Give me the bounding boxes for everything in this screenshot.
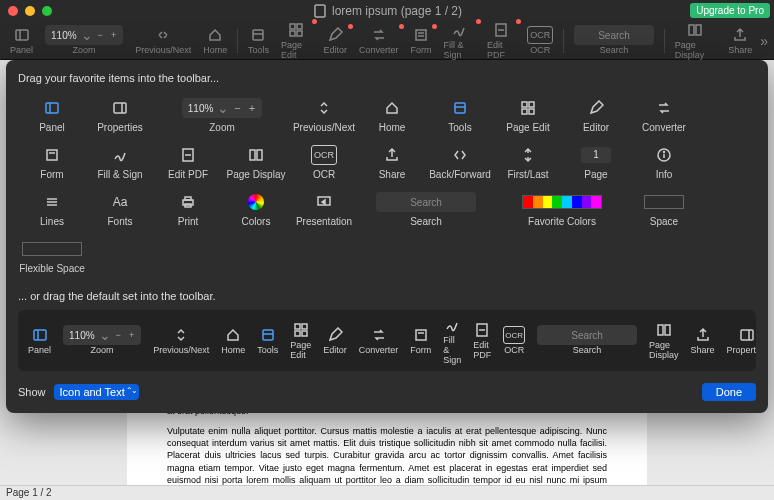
fill-sign-button[interactable]: Fill & Sign	[439, 21, 479, 60]
pal-favcolors[interactable]: Favorite Colors	[494, 186, 630, 233]
edit-pdf-button[interactable]: Edit PDF	[483, 21, 519, 60]
display-icon	[687, 22, 703, 38]
pal-print[interactable]: Print	[154, 186, 222, 233]
ocr-label: OCR	[530, 45, 550, 55]
pal-space[interactable]: Space	[630, 186, 698, 233]
zoom-out-button[interactable]: −	[95, 30, 106, 40]
pal-search[interactable]: SearchSearch	[358, 186, 494, 233]
pal-firstlast[interactable]: First/Last	[494, 139, 562, 186]
pagedisplay-label: Page Display	[675, 40, 716, 60]
pal-page[interactable]: 1Page	[562, 139, 630, 186]
svg-rect-49	[302, 331, 307, 336]
svg-rect-1	[16, 30, 28, 40]
show-select[interactable]: Icon and Text	[54, 384, 139, 400]
home-label: Home	[203, 45, 227, 55]
pdf-icon	[493, 22, 509, 38]
zoom-control[interactable]: 110%⌄−+Zoom	[41, 26, 127, 55]
home-button[interactable]: Home	[199, 26, 231, 55]
svg-rect-7	[290, 31, 295, 36]
svg-rect-55	[665, 325, 670, 335]
svg-rect-16	[46, 103, 58, 113]
pal-converter[interactable]: Converter	[630, 92, 698, 139]
pageedit-label: Page Edit	[281, 40, 311, 60]
svg-rect-26	[47, 150, 57, 160]
customize-toolbar-overlay: Drag your favorite items into the toolba…	[6, 60, 768, 413]
panel-button[interactable]: Panel	[6, 26, 37, 55]
title-text: lorem ipsum (page 1 / 2)	[332, 4, 462, 18]
close-button[interactable]	[8, 6, 18, 16]
svg-rect-5	[290, 24, 295, 29]
sign-icon	[451, 22, 467, 38]
converter-label: Converter	[359, 45, 399, 55]
svg-rect-14	[689, 25, 694, 35]
pal-flexspace[interactable]: Flexible Space	[18, 233, 86, 280]
separator	[563, 29, 564, 53]
prev-next-button[interactable]: Previous/Next	[131, 26, 195, 55]
sign-icon	[112, 147, 128, 163]
tools-icon	[250, 27, 266, 43]
firstlast-icon	[520, 147, 536, 163]
form-icon	[44, 147, 60, 163]
pal-ocr[interactable]: OCROCR	[290, 139, 358, 186]
pal-colors[interactable]: Colors	[222, 186, 290, 233]
pal-fillsign[interactable]: Fill & Sign	[86, 139, 154, 186]
editor-label: Editor	[323, 45, 347, 55]
properties-icon	[112, 100, 128, 116]
pal-form[interactable]: Form	[18, 139, 86, 186]
svg-rect-25	[529, 109, 534, 114]
separator	[237, 29, 238, 53]
pal-tools[interactable]: Tools	[426, 92, 494, 139]
pal-pagedisplay[interactable]: Page Display	[222, 139, 290, 186]
overflow-icon[interactable]: »	[760, 33, 768, 49]
pal-presentation[interactable]: Presentation	[290, 186, 358, 233]
overlay-footer: Show Icon and Text Done	[18, 383, 756, 401]
form-icon	[413, 27, 429, 43]
svg-rect-8	[297, 31, 302, 36]
page-edit-button[interactable]: Page Edit	[277, 21, 315, 60]
page-display-button[interactable]: Page Display	[671, 21, 720, 60]
pal-properties[interactable]: Properties	[86, 92, 154, 139]
pal-editor[interactable]: Editor	[562, 92, 630, 139]
fillsign-label: Fill & Sign	[443, 40, 475, 60]
arrows-icon	[155, 27, 171, 43]
pal-share[interactable]: Share	[358, 139, 426, 186]
editor-button[interactable]: Editor	[319, 26, 351, 55]
pal-prevnext[interactable]: Previous/Next	[290, 92, 358, 139]
svg-rect-0	[315, 5, 325, 17]
ocr-button[interactable]: OCROCR	[523, 26, 557, 55]
share-button[interactable]: Share	[724, 26, 756, 55]
converter-button[interactable]: Converter	[355, 26, 403, 55]
convert-icon	[371, 27, 387, 43]
pal-pageedit[interactable]: Page Edit	[494, 92, 562, 139]
panel-icon	[14, 27, 30, 43]
svg-rect-47	[302, 324, 307, 329]
tools-button[interactable]: Tools	[244, 26, 273, 55]
pal-home[interactable]: Home	[358, 92, 426, 139]
default-set-bar[interactable]: Panel 110%⌄−+Zoom Previous/Next Home Too…	[18, 310, 756, 371]
pal-editpdf[interactable]: Edit PDF	[154, 139, 222, 186]
panel-icon	[44, 100, 60, 116]
upgrade-badge[interactable]: Upgrade to Pro	[690, 3, 770, 18]
maximize-button[interactable]	[42, 6, 52, 16]
pal-info[interactable]: Info	[630, 139, 698, 186]
pal-fonts[interactable]: AaFonts	[86, 186, 154, 233]
pal-panel[interactable]: Panel	[18, 92, 86, 139]
grid-icon	[520, 100, 536, 116]
page-number-input[interactable]: 1	[581, 147, 611, 163]
svg-rect-18	[114, 103, 126, 113]
svg-rect-56	[741, 330, 753, 340]
pal-zoom[interactable]: 110%⌄−+Zoom	[154, 92, 290, 139]
separator	[664, 29, 665, 53]
titlebar: lorem ipsum (page 1 / 2) Upgrade to Pro	[0, 0, 774, 22]
form-button[interactable]: Form	[406, 26, 435, 55]
minimize-button[interactable]	[25, 6, 35, 16]
done-button[interactable]: Done	[702, 383, 756, 401]
traffic-lights	[8, 6, 52, 16]
pal-backforward[interactable]: Back/Forward	[426, 139, 494, 186]
convert-icon	[656, 100, 672, 116]
search-field[interactable]: SearchSearch	[570, 26, 658, 55]
pdf-icon	[180, 147, 196, 163]
window-title: lorem ipsum (page 1 / 2)	[312, 3, 462, 19]
zoom-in-button[interactable]: +	[108, 30, 119, 40]
pal-lines[interactable]: Lines	[18, 186, 86, 233]
